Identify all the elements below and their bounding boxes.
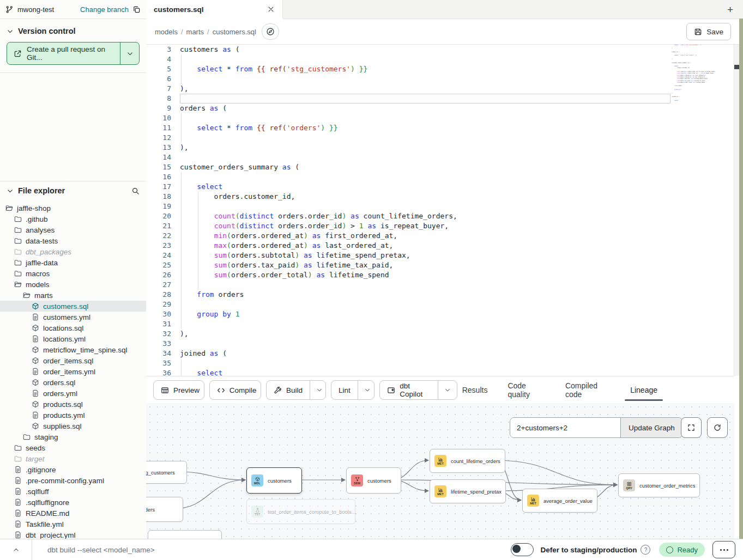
lineage-node-cnt[interactable]: METcount_lifetime_orders [430, 449, 505, 473]
lineage-node-qry[interactable]: QRYcustomer_order_metrics [618, 473, 700, 497]
tree-item-readme-md[interactable]: README.md [0, 508, 146, 519]
preview-button[interactable]: Preview [153, 380, 204, 400]
selector-input[interactable] [510, 418, 620, 437]
node-label: customer_order_metrics [639, 483, 695, 489]
model-health-button[interactable] [262, 23, 279, 40]
tree-item-products-sql[interactable]: products.sql [0, 399, 146, 410]
breadcrumb-item[interactable]: marts [186, 28, 204, 36]
lineage-node-stg[interactable]: MDLstg_customers [146, 461, 187, 484]
defer-toggle[interactable] [511, 543, 534, 556]
create-pr-dropdown[interactable] [120, 42, 139, 64]
branch-header: mwong-test Change branch [0, 0, 146, 19]
folder-open-icon [14, 281, 22, 288]
file-explorer-header[interactable]: File explorer [0, 181, 146, 200]
help-icon[interactable]: ? [641, 545, 650, 555]
build-button[interactable]: Build [266, 380, 326, 400]
model-icon [32, 346, 39, 354]
metric-chart-icon [438, 488, 443, 492]
tree-item-macros[interactable]: macros [0, 268, 146, 279]
tab-results[interactable]: Results [462, 376, 488, 404]
tree-item--github[interactable]: .github [0, 214, 146, 224]
node-badge-sem: SEM [351, 474, 363, 486]
lineage-node-lsp[interactable]: METlifetime_spend_pretax [430, 479, 506, 503]
create-pr-button[interactable]: Create a pull request on Git... [7, 42, 140, 65]
code-line-36: 36 select [146, 368, 743, 376]
lineage-node-ord[interactable]: MDLorders [146, 497, 183, 522]
copy-icon[interactable] [132, 5, 141, 14]
lineage-node-tst[interactable]: TSTtest_order_items_compute_to_bools... [246, 499, 355, 524]
tree-item-marts[interactable]: marts [0, 290, 146, 301]
tree-item-locations-sql[interactable]: locations.sql [0, 322, 146, 333]
node-badge-met: MET [434, 455, 446, 467]
save-button[interactable]: Save [686, 23, 731, 40]
breadcrumb-item[interactable]: models [155, 28, 178, 36]
tree-item-dbt-packages[interactable]: dbt_packages [0, 246, 146, 257]
breadcrumb-item[interactable]: customers.sql [213, 28, 256, 36]
code-line-31: 31 [146, 319, 743, 329]
tree-item-taskfile-yml[interactable]: Taskfile.yml [0, 519, 146, 529]
tree-item-order-items-sql[interactable]: order_items.sql [0, 355, 146, 366]
editor-scrollbar[interactable] [734, 45, 739, 376]
lineage-node-partial[interactable] [148, 530, 222, 539]
code-line-9: 9orders as ( [146, 104, 743, 113]
node-badge-tst: TST [251, 506, 263, 518]
tree-item--sqlfluffignore[interactable]: .sqlfluffignore [0, 497, 146, 508]
tree-item-dbt-project-yml[interactable]: dbt_project.yml [0, 529, 146, 539]
refresh-button[interactable] [707, 417, 728, 438]
build-dropdown[interactable] [310, 381, 326, 399]
command-input[interactable] [46, 545, 511, 555]
tree-item-staging[interactable]: staging [0, 431, 146, 442]
tree-item-seeds[interactable]: seeds [0, 442, 146, 453]
file-explorer-title: File explorer [18, 186, 65, 195]
new-tab-button[interactable]: + [727, 4, 733, 16]
more-options-button[interactable] [712, 541, 735, 558]
dbt-copilot-button[interactable]: dbt Copilot [379, 380, 457, 400]
scrollbar-thumb[interactable] [734, 65, 739, 69]
tree-item-supplies-sql[interactable]: supplies.sql [0, 421, 146, 431]
tab-customers-sql[interactable]: customers.sql [146, 0, 283, 19]
minimap[interactable]: customers as ( select * from {{ ref('stg… [672, 45, 720, 107]
lint-button[interactable]: Lint [331, 380, 374, 400]
lineage-node-mdl[interactable]: MDLcustomers [246, 467, 302, 494]
tree-item--pre-commit-config-yaml[interactable]: .pre-commit-config.yaml [0, 475, 146, 486]
tree-item-jaffle-data[interactable]: jaffle-data [0, 257, 146, 268]
code-line-19: 19 [146, 202, 743, 211]
tree-item-products-yml[interactable]: products.yml [0, 410, 146, 421]
tree-item--sqlfluff[interactable]: .sqlfluff [0, 486, 146, 497]
line-number: 28 [146, 290, 180, 300]
tree-item-customers-sql[interactable]: customers.sql [0, 301, 146, 312]
compile-button[interactable]: Compile [209, 380, 261, 400]
file-icon [32, 313, 39, 321]
folder-icon [14, 270, 22, 277]
lineage-node-avg[interactable]: METaverage_order_value [522, 489, 597, 513]
tree-item-customers-yml[interactable]: customers.yml [0, 312, 146, 322]
tree-item-order-items-yml[interactable]: order_items.yml [0, 366, 146, 377]
tab-compiled-code[interactable]: Compiled code [565, 376, 610, 404]
update-graph-button[interactable]: Update Graph [620, 418, 682, 437]
close-icon[interactable] [267, 5, 275, 13]
tab-lineage[interactable]: Lineage [630, 376, 657, 404]
version-control-header[interactable]: Version control [0, 19, 146, 40]
dbt-copilot-dropdown[interactable] [438, 381, 457, 399]
tab-code-quality[interactable]: Code quality [508, 376, 545, 404]
chevron-up-icon[interactable] [0, 546, 32, 553]
tree-item-data-tests[interactable]: data-tests [0, 235, 146, 246]
model-icon [32, 400, 39, 408]
lineage-node-sem[interactable]: SEMcustomers [346, 467, 401, 494]
tree-item--gitignore[interactable]: .gitignore [0, 464, 146, 475]
tree-item-locations-yml[interactable]: locations.yml [0, 333, 146, 344]
code-editor[interactable]: 3customers as (45 select * from {{ ref('… [146, 45, 743, 376]
line-number: 6 [146, 74, 180, 84]
create-pr-label: Create a pull request on Git... [27, 45, 113, 62]
tree-item-target[interactable]: target [0, 453, 146, 464]
fullscreen-button[interactable] [681, 417, 702, 438]
tree-item-models[interactable]: models [0, 279, 146, 290]
search-icon[interactable] [131, 187, 140, 195]
change-branch-link[interactable]: Change branch [80, 5, 129, 14]
lint-dropdown[interactable] [358, 381, 375, 399]
tree-item-orders-sql[interactable]: orders.sql [0, 377, 146, 388]
tree-item-jaffle-shop[interactable]: jaffle-shop [0, 203, 146, 214]
tree-item-metricflow-time-spine-sql[interactable]: metricflow_time_spine.sql [0, 344, 146, 355]
tree-item-analyses[interactable]: analyses [0, 224, 146, 235]
tree-item-orders-yml[interactable]: orders.yml [0, 388, 146, 399]
